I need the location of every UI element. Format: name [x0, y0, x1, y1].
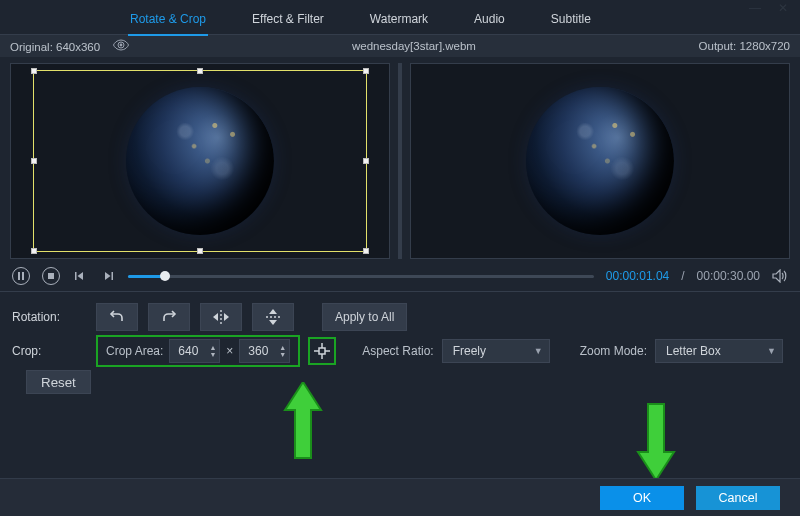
preview-area: [0, 57, 800, 261]
output-resolution: Output: 1280x720: [699, 40, 790, 52]
crop-area-label: Crop Area:: [106, 344, 163, 358]
svg-marker-13: [269, 309, 277, 314]
transport-bar: 00:00:01.04/00:00:30.00: [0, 261, 800, 291]
svg-marker-11: [224, 313, 229, 321]
controls-panel: Rotation: Apply to All Crop: Crop Area: …: [0, 292, 800, 404]
aspect-ratio-value: Freely: [453, 344, 486, 358]
svg-marker-14: [269, 320, 277, 325]
seek-slider[interactable]: [128, 275, 594, 278]
aspect-ratio-picker: Aspect Ratio: Freely ▼: [362, 339, 549, 363]
label: Original:: [10, 41, 56, 53]
flip-horizontal-button[interactable]: [200, 303, 242, 331]
crop-handle-se[interactable]: [363, 248, 369, 254]
tab-label: Effect & Filter: [252, 12, 324, 26]
times-symbol: ×: [226, 344, 233, 358]
time-total: 00:00:30.00: [697, 269, 760, 283]
aspect-ratio-dropdown[interactable]: Freely ▼: [442, 339, 550, 363]
label: Output:: [699, 40, 740, 52]
eye-icon[interactable]: [113, 39, 129, 51]
tab-label: Subtitle: [551, 12, 591, 26]
info-strip: Original: 640x360 wednesday[3star].webm …: [0, 35, 800, 57]
crop-handle-sw[interactable]: [31, 248, 37, 254]
svg-marker-6: [105, 272, 111, 280]
next-frame-button[interactable]: [100, 268, 116, 284]
tab-effect-filter[interactable]: Effect & Filter: [250, 6, 326, 36]
filename-label: wednesday[3star].webm: [129, 40, 698, 52]
svg-rect-1: [18, 272, 20, 280]
value: 640x360: [56, 41, 100, 53]
svg-rect-4: [75, 272, 77, 280]
value: 1280x720: [739, 40, 790, 52]
svg-marker-8: [773, 270, 780, 282]
crop-width-input[interactable]: [170, 344, 206, 358]
svg-rect-19: [319, 348, 325, 354]
ok-button[interactable]: OK: [600, 486, 684, 510]
close-icon[interactable]: ✕: [776, 1, 790, 15]
tab-audio[interactable]: Audio: [472, 6, 507, 36]
svg-rect-7: [112, 272, 114, 280]
spinner-buttons[interactable]: ▲▼: [206, 344, 219, 358]
annotation-arrow: [636, 402, 676, 480]
svg-marker-10: [213, 313, 218, 321]
footer-bar: OK Cancel: [0, 478, 800, 516]
chevron-down-icon: ▼: [767, 346, 776, 356]
crop-handle-s[interactable]: [197, 248, 203, 254]
crop-handle-e[interactable]: [363, 158, 369, 164]
video-frame: [526, 87, 674, 235]
crop-handle-ne[interactable]: [363, 68, 369, 74]
rotate-left-button[interactable]: [96, 303, 138, 331]
svg-marker-20: [285, 382, 321, 458]
tab-watermark[interactable]: Watermark: [368, 6, 430, 36]
stop-button[interactable]: [42, 267, 60, 285]
crop-height-input[interactable]: [240, 344, 276, 358]
minimize-icon[interactable]: —: [748, 1, 762, 15]
flip-vertical-button[interactable]: [252, 303, 294, 331]
crop-width-stepper[interactable]: ▲▼: [169, 339, 220, 363]
tab-bar: Rotate & Crop Effect & Filter Watermark …: [0, 0, 800, 34]
crop-handle-rect[interactable]: [33, 70, 367, 252]
apply-to-all-button[interactable]: Apply to All: [322, 303, 407, 331]
rotation-label: Rotation:: [12, 310, 86, 324]
svg-rect-2: [22, 272, 24, 280]
zoom-mode-dropdown[interactable]: Letter Box ▼: [655, 339, 783, 363]
volume-icon[interactable]: [772, 268, 788, 284]
crop-height-stepper[interactable]: ▲▼: [239, 339, 290, 363]
crop-handle-nw[interactable]: [31, 68, 37, 74]
tab-label: Rotate & Crop: [130, 12, 206, 26]
seek-thumb[interactable]: [160, 271, 170, 281]
zoom-mode-value: Letter Box: [666, 344, 721, 358]
reset-button[interactable]: Reset: [26, 370, 91, 394]
svg-marker-5: [78, 272, 84, 280]
tab-rotate-crop[interactable]: Rotate & Crop: [128, 6, 208, 36]
time-sep: /: [681, 269, 684, 283]
cancel-button[interactable]: Cancel: [696, 486, 780, 510]
zoom-mode-label: Zoom Mode:: [580, 344, 647, 358]
crop-area-group: Crop Area: ▲▼ × ▲▼: [96, 335, 300, 367]
annotation-arrow: [283, 382, 323, 460]
source-preview[interactable]: [10, 63, 390, 259]
chevron-down-icon: ▼: [534, 346, 543, 356]
tab-label: Audio: [474, 12, 505, 26]
svg-rect-3: [48, 273, 54, 279]
time-current: 00:00:01.04: [606, 269, 669, 283]
original-resolution: Original: 640x360: [10, 39, 129, 53]
crop-handle-n[interactable]: [197, 68, 203, 74]
crop-label: Crop:: [12, 344, 86, 358]
pause-button[interactable]: [12, 267, 30, 285]
crop-handle-w[interactable]: [31, 158, 37, 164]
svg-marker-21: [638, 404, 674, 480]
tab-label: Watermark: [370, 12, 428, 26]
divider: [398, 63, 402, 259]
center-crop-button[interactable]: [308, 337, 336, 365]
tab-subtitle[interactable]: Subtitle: [549, 6, 593, 36]
svg-point-0: [120, 44, 123, 47]
rotate-right-button[interactable]: [148, 303, 190, 331]
prev-frame-button[interactable]: [72, 268, 88, 284]
aspect-ratio-label: Aspect Ratio:: [362, 344, 433, 358]
zoom-mode-picker: Zoom Mode: Letter Box ▼: [580, 339, 783, 363]
spinner-buttons[interactable]: ▲▼: [276, 344, 289, 358]
output-preview: [410, 63, 790, 259]
